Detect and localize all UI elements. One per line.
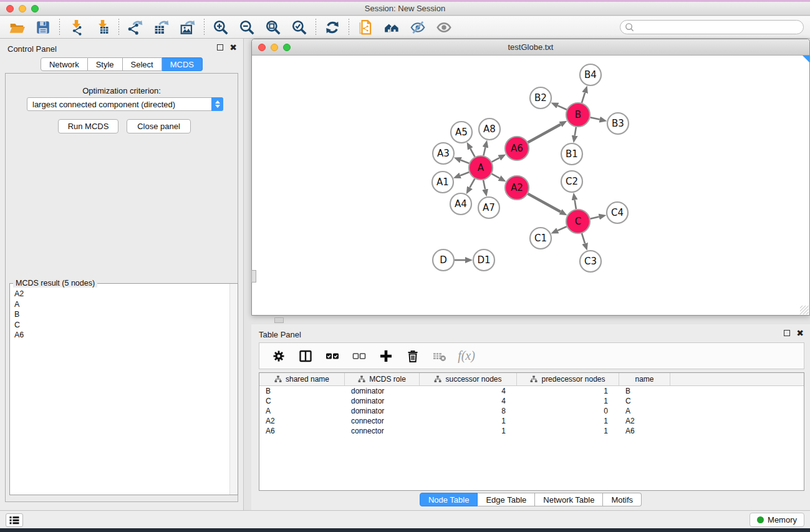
- graph-edge-B-B1[interactable]: [575, 127, 576, 136]
- graph-edge-A-A1[interactable]: [460, 172, 469, 175]
- column-header-successor-nodes[interactable]: successor nodes: [420, 373, 517, 385]
- column-header-MCDS-role[interactable]: MCDS role: [345, 373, 420, 385]
- graph-node-A6[interactable]: A6: [505, 137, 529, 160]
- table-cell[interactable]: A6: [259, 426, 345, 436]
- table-panel-close-icon[interactable]: ✖: [796, 330, 804, 336]
- table-cell[interactable]: 1: [517, 386, 619, 396]
- table-cell[interactable]: 4: [420, 386, 517, 396]
- open-session-icon[interactable]: [8, 19, 26, 36]
- table-cell[interactable]: 0: [517, 406, 619, 416]
- table-cell[interactable]: 1: [517, 416, 619, 426]
- zoom-in-icon[interactable]: [212, 19, 229, 36]
- table-cell[interactable]: dominator: [345, 406, 420, 416]
- task-history-button[interactable]: [6, 513, 23, 527]
- graph-edge-A2-C[interactable]: [528, 194, 561, 212]
- graph-node-D[interactable]: D: [433, 249, 454, 271]
- graph-edge-C-C4[interactable]: [591, 217, 599, 219]
- show-eye-icon[interactable]: [435, 19, 453, 36]
- graph-edge-B-B4[interactable]: [582, 93, 585, 103]
- split-columns-icon[interactable]: [297, 348, 314, 364]
- mcds-result-item[interactable]: B: [14, 309, 226, 320]
- graph-node-A8[interactable]: A8: [479, 118, 500, 140]
- table-cell[interactable]: 1: [420, 416, 517, 426]
- graph-edge-A6-B[interactable]: [528, 124, 561, 142]
- control-panel-close-icon[interactable]: ✖: [229, 44, 237, 51]
- table-cell[interactable]: 1: [517, 426, 619, 436]
- graph-edge-A-A6[interactable]: [492, 158, 499, 162]
- graph-node-C2[interactable]: C2: [561, 171, 582, 192]
- mcds-result-item[interactable]: A6: [14, 330, 226, 341]
- mcds-result-item[interactable]: C: [14, 320, 226, 331]
- table-cell[interactable]: dominator: [345, 386, 420, 396]
- graph-edge-A-A5[interactable]: [470, 148, 475, 157]
- graph-node-A5[interactable]: A5: [451, 122, 472, 143]
- graph-node-B3[interactable]: B3: [607, 113, 629, 134]
- table-row[interactable]: Bdominator41B: [259, 386, 804, 396]
- control-panel-float-icon[interactable]: [217, 44, 223, 51]
- table-cell[interactable]: A: [619, 406, 670, 416]
- network-canvas[interactable]: B4B2BB3B1A5A8A6A3AA1A2C2A4A7C4CC1C3DD1: [252, 56, 809, 315]
- network-side-grip[interactable]: [251, 270, 256, 283]
- export-image-icon[interactable]: [179, 19, 196, 36]
- mcds-result-scrollbar[interactable]: [229, 284, 238, 495]
- graph-edge-A-A3[interactable]: [461, 160, 469, 163]
- table-row[interactable]: A6connector11A6: [259, 426, 804, 436]
- graph-node-D1[interactable]: D1: [473, 249, 494, 271]
- graph-edge-A-A2[interactable]: [492, 174, 499, 178]
- optimization-criterion-select[interactable]: largest connected component (directed): [27, 97, 223, 111]
- import-network-icon[interactable]: [67, 19, 85, 36]
- table-cell[interactable]: B: [619, 386, 670, 396]
- graph-node-C[interactable]: C: [566, 210, 590, 233]
- network-resize-grip[interactable]: [800, 306, 809, 314]
- graph-node-B[interactable]: B: [566, 103, 590, 127]
- table-panel-float-icon[interactable]: [784, 330, 790, 336]
- export-table-icon[interactable]: [153, 19, 170, 36]
- table-settings-icon[interactable]: [271, 348, 287, 364]
- column-header-shared-name[interactable]: shared name: [259, 373, 345, 385]
- table-cell[interactable]: 8: [420, 406, 517, 416]
- tab-select[interactable]: Select: [123, 57, 162, 71]
- add-column-icon[interactable]: [378, 348, 394, 364]
- deselect-all-rows-icon[interactable]: [351, 348, 367, 364]
- search-input[interactable]: [635, 21, 803, 33]
- network-from-document-icon[interactable]: [357, 19, 374, 36]
- graph-edge-C-C3[interactable]: [582, 233, 585, 243]
- table-row[interactable]: Cdominator41C: [259, 396, 804, 406]
- network-window-titlebar[interactable]: testGlobe.txt: [252, 39, 809, 56]
- tab-network-table[interactable]: Network Table: [535, 493, 603, 506]
- graph-edge-B-B3[interactable]: [591, 117, 600, 119]
- close-panel-button[interactable]: Close panel: [127, 119, 191, 133]
- table-cell[interactable]: A6: [619, 426, 670, 436]
- import-table-icon[interactable]: [94, 19, 111, 36]
- table-cell[interactable]: dominator: [345, 396, 420, 406]
- column-header-predecessor-nodes[interactable]: predecessor nodes: [517, 373, 619, 385]
- graph-node-A[interactable]: A: [469, 156, 493, 180]
- graph-node-B4[interactable]: B4: [580, 64, 601, 85]
- tab-mcds[interactable]: MCDS: [162, 57, 203, 71]
- graph-edge-A-A8[interactable]: [483, 147, 485, 155]
- table-cell[interactable]: connector: [345, 416, 420, 426]
- graph-edge-C-C2[interactable]: [575, 200, 576, 210]
- table-row[interactable]: A2connector11A2: [259, 416, 804, 426]
- run-mcds-button[interactable]: Run MCDS: [58, 119, 118, 133]
- mcds-result-item[interactable]: A: [14, 299, 226, 310]
- column-header-name[interactable]: name: [619, 373, 670, 385]
- first-neighbors-houses-icon[interactable]: [383, 19, 400, 36]
- graph-node-A2[interactable]: A2: [505, 176, 529, 200]
- table-cell[interactable]: 1: [517, 396, 619, 406]
- graph-node-A4[interactable]: A4: [450, 193, 471, 215]
- delete-table-icon[interactable]: [432, 348, 448, 364]
- tab-network[interactable]: Network: [41, 57, 88, 71]
- tab-motifs[interactable]: Motifs: [603, 493, 642, 506]
- function-builder-icon[interactable]: f(x): [458, 348, 475, 364]
- memory-button[interactable]: Memory: [750, 513, 804, 527]
- table-cell[interactable]: A2: [619, 416, 670, 426]
- graph-edge-C-C1[interactable]: [557, 226, 566, 230]
- table-cell[interactable]: A: [259, 406, 345, 416]
- graph-edge-A-A7[interactable]: [483, 180, 485, 190]
- hide-eye-icon[interactable]: [409, 19, 427, 36]
- table-row[interactable]: Adominator80A: [259, 406, 804, 416]
- graph-edge-A-A4[interactable]: [470, 179, 475, 188]
- graph-node-A3[interactable]: A3: [433, 143, 454, 164]
- delete-columns-icon[interactable]: [405, 348, 421, 364]
